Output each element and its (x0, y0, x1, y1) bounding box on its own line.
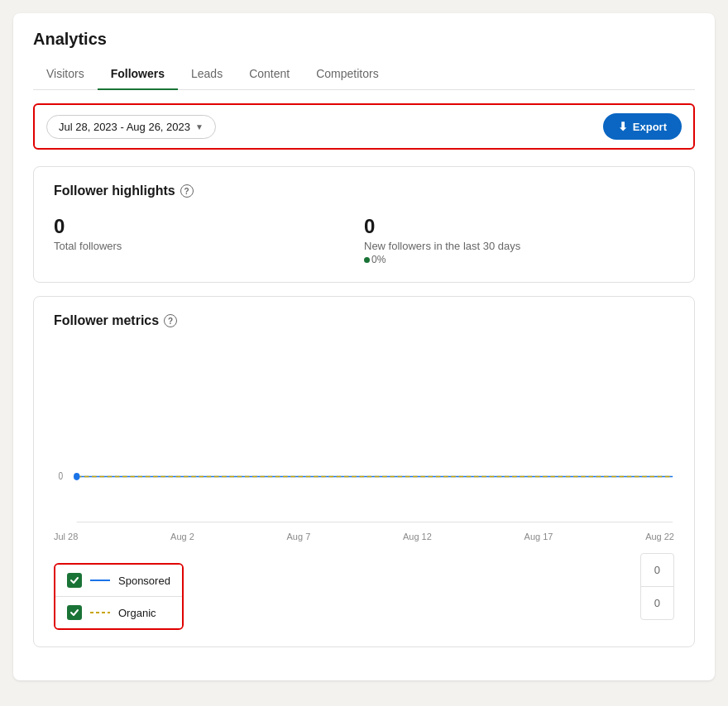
download-icon: ⬇ (618, 120, 628, 133)
metrics-help-icon[interactable]: ? (164, 314, 177, 327)
sponsored-checkbox[interactable] (67, 573, 82, 588)
tab-content[interactable]: Content (236, 59, 303, 90)
legend-sponsored-row: Sponsored (55, 565, 182, 597)
x-label-4: Aug 17 (524, 532, 553, 541)
tabs-nav: Visitors Followers Leads Content Competi… (33, 59, 695, 90)
organic-checkbox[interactable] (67, 605, 82, 620)
date-range-value: Jul 28, 2023 - Aug 26, 2023 (59, 121, 190, 133)
date-export-row: Jul 28, 2023 - Aug 26, 2023 ▼ ⬇ Export (33, 103, 695, 150)
export-label: Export (633, 121, 667, 133)
chart-svg: 0 (54, 345, 674, 527)
total-followers-value: 0 (54, 215, 364, 238)
legend-organic-row: Organic (55, 597, 182, 628)
total-followers-label: Total followers (54, 240, 364, 252)
date-range-picker[interactable]: Jul 28, 2023 - Aug 26, 2023 ▼ (46, 115, 216, 139)
follower-metrics-title: Follower metrics ? (54, 313, 674, 328)
follower-highlights-title: Follower highlights ? (54, 184, 674, 198)
total-followers-item: 0 Total followers (54, 215, 364, 265)
check-icon-organic (69, 608, 79, 618)
trend-dot-icon (364, 257, 370, 263)
chart-x-labels: Jul 28 Aug 2 Aug 7 Aug 12 Aug 17 Aug 22 (54, 527, 674, 541)
x-label-2: Aug 7 (287, 532, 311, 541)
help-icon[interactable]: ? (180, 184, 194, 198)
organic-value: 0 (641, 587, 673, 619)
highlights-grid: 0 Total followers 0 New followers in the… (54, 215, 674, 265)
tab-leads[interactable]: Leads (178, 59, 236, 90)
page-title: Analytics (33, 30, 695, 49)
organic-line-icon (90, 612, 110, 613)
sponsored-value: 0 (641, 554, 673, 587)
new-followers-item: 0 New followers in the last 30 days 0% (364, 215, 674, 265)
check-icon (69, 575, 79, 585)
tab-competitors[interactable]: Competitors (303, 59, 391, 90)
new-followers-label: New followers in the last 30 days (364, 240, 674, 252)
tab-followers[interactable]: Followers (98, 59, 178, 90)
x-label-5: Aug 22 (645, 532, 674, 541)
analytics-container: Analytics Visitors Followers Leads Conte… (13, 13, 715, 680)
x-label-0: Jul 28 (54, 532, 78, 541)
chevron-down-icon: ▼ (195, 122, 204, 131)
legend-values: 0 0 (640, 553, 674, 620)
svg-point-5 (74, 473, 79, 480)
follower-metrics-section: Follower metrics ? 0 Jul 28 A (33, 296, 695, 647)
organic-label: Organic (118, 607, 156, 619)
new-followers-sub: 0% (364, 254, 674, 265)
export-button[interactable]: ⬇ Export (603, 113, 682, 140)
new-followers-value: 0 (364, 215, 674, 238)
follower-highlights-section: Follower highlights ? 0 Total followers … (33, 166, 695, 283)
sponsored-label: Sponsored (118, 575, 170, 587)
sponsored-line-icon (90, 580, 110, 581)
chart-area: 0 (54, 345, 674, 527)
x-label-3: Aug 12 (403, 532, 432, 541)
tab-visitors[interactable]: Visitors (33, 59, 98, 90)
svg-text:0: 0 (59, 470, 64, 481)
legend-area: Sponsored Organic (54, 563, 184, 630)
x-label-1: Aug 2 (170, 532, 194, 541)
